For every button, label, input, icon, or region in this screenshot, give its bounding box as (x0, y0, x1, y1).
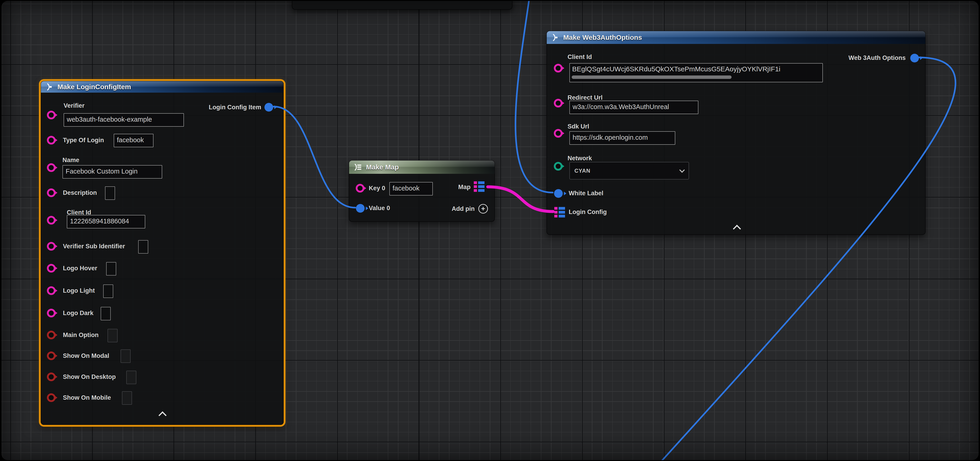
horizontal-scrollbar[interactable] (572, 75, 732, 79)
pin-description[interactable] (47, 188, 56, 197)
pin-label-login-config-item: Login Config Item (209, 104, 261, 111)
show-on-modal-checkbox[interactable] (121, 350, 130, 363)
verifier-sub-identifier-input[interactable] (138, 240, 148, 254)
pin-label-white-label: White Label (569, 190, 603, 197)
pin-map-output[interactable] (474, 181, 485, 192)
client-id-input[interactable]: BEglQSgt4cUWcj6SKRdu5QkOXTsePmMcusG5EAoy… (570, 63, 823, 82)
pin-show-on-mobile[interactable] (47, 393, 56, 402)
pin-label-key0: Key 0 (369, 185, 385, 192)
make-struct-icon (551, 33, 560, 41)
pin-logo-dark[interactable] (47, 309, 56, 317)
pin-label-verifier: Verifier (64, 102, 84, 109)
pin-logo-hover[interactable] (47, 264, 56, 273)
node-title: Make LoginConfigItem (57, 83, 131, 91)
pin-network[interactable] (554, 162, 563, 170)
client-id-input[interactable]: 1222658941886084 (67, 215, 145, 229)
pin-verifier[interactable] (47, 111, 56, 119)
type-of-login-input[interactable]: facebook (114, 134, 153, 147)
pin-label-main-option: Main Option (63, 332, 99, 339)
pin-login-config-item-output[interactable] (264, 103, 273, 111)
pin-show-on-desktop[interactable] (47, 372, 56, 381)
node-header[interactable]: Make Map (349, 161, 495, 174)
add-pin-button[interactable]: Add pin + (452, 204, 488, 214)
network-selected-value: CYAN (574, 168, 590, 174)
pin-label-name: Name (62, 157, 80, 164)
pin-label-show-on-modal: Show On Modal (63, 352, 109, 359)
pin-label-logo-hover: Logo Hover (63, 265, 97, 272)
key0-input[interactable]: facebook (389, 182, 433, 196)
pin-label-description: Description (63, 189, 97, 196)
pin-label-type-of-login: Type Of Login (63, 137, 104, 144)
make-map-icon (354, 163, 362, 172)
pin-label-network: Network (568, 155, 592, 162)
pin-label-value0: Value 0 (369, 205, 390, 212)
make-struct-icon (46, 83, 54, 91)
node-title: Make Web3AuthOptions (563, 33, 642, 41)
redirect-url-input[interactable]: w3a://com.w3a.Web3AuthUnreal (570, 101, 698, 114)
verifier-input[interactable]: web3auth-facebook-example (64, 113, 184, 127)
pin-redirect-url[interactable] (554, 99, 563, 108)
node-make-loginconfigitem[interactable]: Make LoginConfigItem Login Config Item V… (41, 81, 284, 425)
pin-label-map-output: Map (458, 184, 471, 191)
logo-dark-input[interactable] (101, 307, 111, 320)
pin-label-show-on-desktop: Show On Desktop (63, 374, 116, 380)
add-pin-icon: + (478, 204, 488, 214)
pin-client-id[interactable] (47, 216, 56, 224)
node-header[interactable]: Make LoginConfigItem (41, 81, 283, 92)
chevron-down-icon (679, 167, 685, 173)
pin-type-of-login[interactable] (47, 136, 56, 145)
description-input[interactable] (105, 186, 115, 200)
pin-web3auth-options-output[interactable] (910, 54, 919, 62)
pin-label-verifier-sub-identifier: Verifier Sub Identifier (63, 243, 125, 250)
add-pin-label: Add pin (452, 205, 475, 213)
node-make-web3authoptions[interactable]: Make Web3AuthOptions Client Id BEglQSgt4… (547, 31, 926, 235)
pin-label-client-id: Client Id (568, 54, 592, 60)
pin-main-option[interactable] (47, 331, 56, 339)
sdk-url-input[interactable]: https://sdk.openlogin.com (570, 131, 675, 145)
pin-client-id[interactable] (554, 64, 563, 73)
pin-label-login-config: Login Config (569, 208, 607, 216)
show-on-desktop-checkbox[interactable] (126, 371, 136, 384)
logo-light-input[interactable] (103, 285, 113, 298)
node-header[interactable]: Make Web3AuthOptions (547, 31, 925, 44)
pin-label-sdk-url: Sdk Url (568, 123, 589, 130)
name-input[interactable]: Facebook Custom Login (62, 165, 162, 179)
pin-verifier-sub-identifier[interactable] (47, 242, 56, 251)
pin-show-on-modal[interactable] (47, 351, 56, 360)
pin-white-label[interactable] (554, 189, 563, 198)
pin-label-logo-light: Logo Light (63, 287, 95, 294)
wire-login-config-item-to-value0[interactable] (274, 107, 355, 208)
client-id-value: BEglQSgt4cUWcj6SKRdu5QkOXTsePmMcusG5EAoy… (570, 64, 822, 75)
offscreen-node-top[interactable] (292, 1, 512, 10)
pin-login-config[interactable] (554, 207, 565, 218)
pin-label-redirect-url: Redirect Url (568, 94, 603, 101)
pin-label-logo-dark: Logo Dark (63, 310, 94, 317)
show-on-mobile-checkbox[interactable] (122, 391, 132, 405)
pin-sdk-url[interactable] (554, 129, 563, 138)
pin-logo-light[interactable] (47, 286, 56, 295)
pin-label-show-on-mobile: Show On Mobile (63, 394, 111, 401)
collapse-chevron-icon[interactable] (733, 225, 741, 233)
node-title: Make Map (366, 163, 399, 171)
logo-hover-input[interactable] (106, 262, 116, 275)
main-option-checkbox[interactable] (108, 329, 118, 342)
node-make-map[interactable]: Make Map Key 0 facebook Map Value 0 Add … (349, 160, 495, 222)
wire-map-to-login-config[interactable] (488, 187, 553, 211)
pin-name[interactable] (47, 163, 56, 172)
pin-value0[interactable] (356, 204, 364, 213)
collapse-chevron-icon[interactable] (159, 412, 167, 420)
pin-label-web3auth-options: Web 3Auth Options (848, 54, 906, 62)
network-dropdown[interactable]: CYAN (570, 162, 689, 180)
pin-key0[interactable] (356, 184, 364, 192)
graph-canvas[interactable]: Make LoginConfigItem Login Config Item V… (2, 1, 978, 460)
